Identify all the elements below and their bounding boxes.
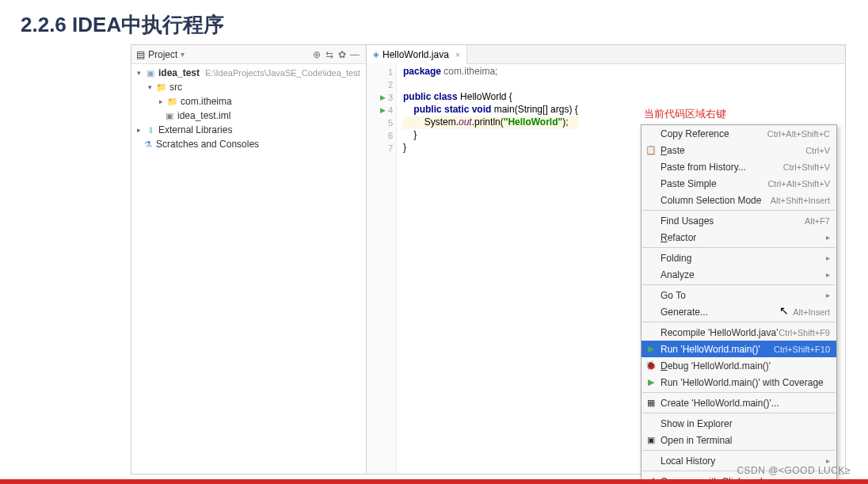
expand-icon[interactable]: ▸ — [157, 97, 165, 105]
line-number: 7 — [388, 143, 393, 153]
run-icon: ▶ — [645, 344, 657, 354]
menu-goto[interactable]: Go To▸ — [641, 287, 836, 303]
line-number: 4 — [388, 105, 393, 115]
chevron-right-icon: ▸ — [826, 253, 830, 262]
tree-label: com.itheima — [181, 96, 232, 107]
menu-paste-simple[interactable]: Paste SimpleCtrl+Alt+Shift+V — [641, 175, 836, 192]
menu-separator — [642, 284, 836, 285]
tree-path: E:\IdeaProjects\JavaSE_Code\idea_test — [205, 68, 360, 78]
java-file-icon: ◈ — [373, 50, 379, 59]
menu-paste-history[interactable]: Paste from History...Ctrl+Shift+V — [641, 158, 836, 175]
coverage-icon: ▶ — [645, 377, 657, 387]
menu-folding[interactable]: Folding▸ — [641, 250, 836, 266]
expand-icon[interactable]: ▸ — [135, 126, 143, 134]
run-gutter-icon[interactable]: ▶ — [380, 106, 386, 114]
debug-icon: 🐞 — [645, 360, 657, 371]
menu-recompile[interactable]: Recompile 'HelloWorld.java'Ctrl+Shift+F9 — [641, 324, 836, 341]
tree-root[interactable]: ▾ ▣ idea_test E:\IdeaProjects\JavaSE_Cod… — [131, 66, 366, 80]
library-icon: ⫴ — [145, 125, 156, 135]
context-menu: Copy ReferenceCtrl+Alt+Shift+C 📋PasteCtr… — [641, 124, 837, 484]
module-icon: ▣ — [145, 68, 156, 78]
menu-separator — [642, 413, 836, 413]
annotation-text: 当前代码区域右键 — [644, 107, 726, 121]
menu-separator — [642, 210, 836, 211]
run-gutter-icon[interactable]: ▶ — [380, 93, 386, 101]
editor-tab[interactable]: ◈ HelloWorld.java × — [367, 45, 467, 64]
scratches-icon: ⚗ — [143, 139, 154, 150]
tree-label: idea_test.iml — [177, 110, 230, 121]
target-icon[interactable]: ⊕ — [310, 49, 323, 60]
gear-icon[interactable]: ✿ — [336, 49, 348, 60]
menu-column-selection[interactable]: Column Selection ModeAlt+Shift+Insert — [641, 192, 836, 208]
menu-separator — [642, 247, 836, 248]
project-dropdown-icon[interactable]: ▾ — [181, 50, 185, 59]
ide-window: ▤ Project ▾ ⊕ ⇆ ✿ — ▾ ▣ idea_test E:\Ide… — [131, 44, 846, 474]
menu-run[interactable]: ▶Run 'HelloWorld.main()'Ctrl+Shift+F10 — [641, 341, 836, 357]
line-number: 2 — [388, 80, 393, 90]
close-icon[interactable]: × — [455, 50, 460, 59]
page-heading: 2.2.6 IDEA中执行程序 — [0, 0, 868, 48]
editor-tab-bar: ◈ HelloWorld.java × — [367, 45, 845, 64]
tree-scratches[interactable]: ⚗ Scratches and Consoles — [131, 137, 366, 151]
menu-coverage[interactable]: ▶Run 'HelloWorld.main()' with Coverage — [641, 374, 836, 391]
terminal-icon: ▣ — [645, 435, 657, 445]
gutter: 1 2 ▶3 ▶4 5 6 7 — [367, 64, 397, 474]
menu-copy-reference[interactable]: Copy ReferenceCtrl+Alt+Shift+C — [641, 125, 836, 142]
menu-separator — [642, 450, 836, 451]
menu-separator — [642, 392, 836, 393]
line-number: 6 — [388, 131, 393, 140]
tree-label: src — [169, 82, 182, 93]
collapse-icon[interactable]: ⇆ — [323, 49, 336, 60]
project-panel-header: ▤ Project ▾ ⊕ ⇆ ✿ — — [131, 45, 366, 64]
chevron-right-icon: ▸ — [826, 233, 830, 242]
menu-refactor[interactable]: Refactor▸ — [641, 229, 836, 246]
tree-src[interactable]: ▾ 📁 src — [131, 80, 366, 94]
chevron-right-icon: ▸ — [826, 291, 830, 299]
line-number: 3 — [388, 93, 393, 102]
menu-separator — [642, 322, 836, 322]
menu-show-explorer[interactable]: Show in Explorer — [641, 415, 836, 432]
chevron-right-icon: ▸ — [826, 456, 830, 465]
tree-label: External Libraries — [158, 124, 232, 135]
tree-external-libs[interactable]: ▸ ⫴ External Libraries — [131, 123, 366, 137]
watermark: CSDN @<GOOD LUCK≥ — [737, 465, 851, 476]
expand-icon[interactable]: ▾ — [146, 83, 154, 91]
footer-bar — [0, 479, 868, 484]
tree-label: idea_test — [158, 67, 200, 78]
menu-open-terminal[interactable]: ▣Open in Terminal — [641, 432, 836, 448]
line-number: 1 — [388, 67, 393, 77]
iml-icon: ▣ — [164, 111, 175, 121]
menu-debug[interactable]: 🐞Debug 'HelloWorld.main()' — [641, 357, 836, 374]
project-tool-icon: ▤ — [136, 49, 145, 60]
code-content[interactable]: package com.itheima; public class HelloW… — [397, 64, 578, 474]
tab-label: HelloWorld.java — [383, 49, 449, 60]
project-tree[interactable]: ▾ ▣ idea_test E:\IdeaProjects\JavaSE_Cod… — [131, 64, 366, 474]
tree-iml[interactable]: ▣ idea_test.iml — [131, 109, 366, 123]
expand-icon[interactable]: ▾ — [135, 69, 143, 77]
menu-create-config[interactable]: ▦Create 'HelloWorld.main()'... — [641, 394, 836, 411]
line-number: 5 — [388, 118, 393, 128]
menu-paste[interactable]: 📋PasteCtrl+V — [641, 142, 836, 158]
menu-find-usages[interactable]: Find UsagesAlt+F7 — [641, 212, 836, 229]
project-panel-title[interactable]: Project — [148, 49, 177, 60]
tree-label: Scratches and Consoles — [156, 139, 259, 150]
paste-icon: 📋 — [645, 145, 657, 155]
chevron-right-icon: ▸ — [826, 270, 830, 279]
menu-analyze[interactable]: Analyze▸ — [641, 266, 836, 283]
config-icon: ▦ — [645, 398, 657, 408]
folder-icon: 📁 — [156, 82, 167, 93]
menu-generate[interactable]: Generate...Alt+Insert — [641, 303, 836, 320]
hide-icon[interactable]: — — [348, 49, 361, 60]
package-icon: 📁 — [167, 97, 178, 107]
tree-package[interactable]: ▸ 📁 com.itheima — [131, 94, 366, 109]
editor-area: ◈ HelloWorld.java × 1 2 ▶3 ▶4 5 6 7 pack… — [367, 45, 845, 474]
project-panel: ▤ Project ▾ ⊕ ⇆ ✿ — ▾ ▣ idea_test E:\Ide… — [131, 45, 367, 474]
